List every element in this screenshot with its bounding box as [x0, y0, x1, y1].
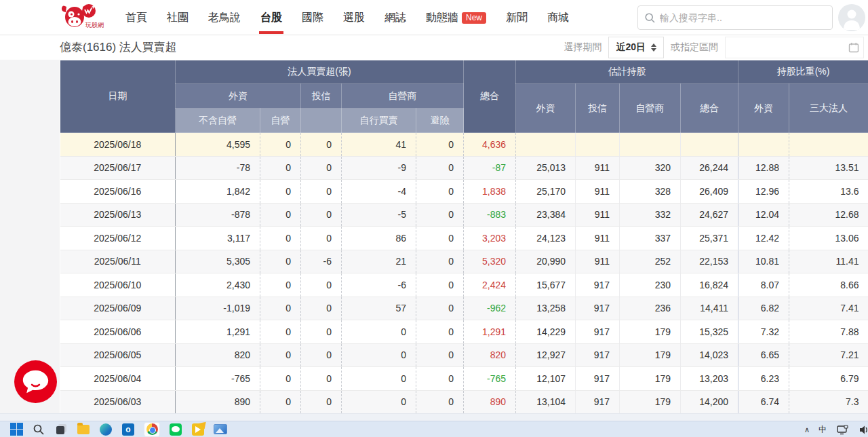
cell-d_self: -9 [342, 156, 416, 180]
cell-f_ex: 820 [176, 343, 260, 367]
col-header-foreign-self: 自營 [260, 109, 301, 133]
task-view-icon[interactable] [54, 423, 68, 436]
table-row: 2025/06/17-7800-90-8725,01391132026,2441… [60, 156, 868, 180]
speaker-tray-icon[interactable] [858, 423, 868, 436]
chrome-icon[interactable] [144, 423, 160, 436]
cell-est_total: 24,627 [681, 203, 738, 227]
nav-item-tw-stock[interactable]: 台股 [260, 0, 282, 35]
cell-est_t: 917 [576, 320, 620, 344]
taskbar-search-icon[interactable] [32, 423, 45, 436]
cell-r_three: 6.79 [789, 367, 868, 391]
tray-chevron-up-icon[interactable]: ∧ [804, 425, 810, 434]
table-row: 2025/06/061,29100001,29114,22991717915,3… [60, 320, 868, 344]
bull-logo-icon: 玩股網 [60, 3, 117, 34]
outlook-icon[interactable]: o [121, 423, 135, 436]
nav-item-global[interactable]: 國際 [302, 0, 323, 35]
nav-item-home[interactable]: 首頁 [125, 0, 147, 35]
cell-trust: 0 [301, 367, 342, 391]
cell-r_three: 13.51 [789, 156, 868, 180]
calendar-icon[interactable] [848, 42, 859, 56]
nav-item-feed[interactable]: 動態牆 New [426, 0, 486, 35]
cell-date: 2025/06/16 [60, 180, 176, 204]
table-row: 2025/06/102,43000-602,42415,67791723016,… [60, 273, 868, 297]
nav-item-screener[interactable]: 選股 [343, 0, 365, 35]
table-row: 2025/06/13-87800-50-88323,38491133224,62… [60, 203, 868, 227]
cell-r_f: 6.65 [738, 343, 789, 367]
date-range-input[interactable] [726, 37, 841, 58]
cell-f_self: 0 [260, 133, 301, 157]
cell-trust: 0 [301, 343, 342, 367]
cell-total: 1,838 [464, 180, 516, 204]
cell-est_d: 328 [620, 180, 681, 204]
cell-d_self: 57 [342, 297, 416, 320]
period-controls: 選擇期間 近20日 或指定區間 [557, 35, 864, 60]
toolbar: 億泰(1616) 法人買賣超 選擇期間 近20日 或指定區間 [0, 35, 868, 60]
start-button-icon[interactable] [9, 423, 23, 436]
cell-f_self: 0 [260, 227, 301, 250]
avatar[interactable] [838, 4, 865, 31]
nav-item-news[interactable]: 新聞 [506, 0, 528, 35]
cell-est_d: 320 [620, 156, 681, 180]
col-header-est-foreign: 外資 [516, 84, 576, 133]
nav-item-veteran[interactable]: 老鳥說 [208, 0, 241, 35]
period-select[interactable]: 近20日 [608, 37, 664, 58]
file-explorer-icon[interactable] [77, 423, 90, 436]
cell-total: 820 [464, 343, 516, 367]
cell-total: 890 [464, 390, 516, 414]
line-icon[interactable] [169, 423, 182, 436]
cell-total: 5,320 [464, 250, 516, 273]
windows-taskbar: o ∧ 中 [0, 421, 868, 437]
player-app-icon[interactable] [191, 423, 205, 436]
cell-est_f: 14,229 [516, 320, 576, 344]
cell-trust: 0 [301, 297, 342, 320]
wantgoo-logo[interactable]: 玩股網 [60, 3, 117, 34]
cell-est_total: 22,153 [681, 250, 738, 273]
new-badge: New [462, 12, 486, 24]
cell-date: 2025/06/11 [60, 250, 176, 273]
table-row: 2025/06/03890000089013,10491717914,2006.… [60, 390, 868, 414]
cell-d_hedge: 0 [416, 297, 464, 320]
cell-r_f: 8.07 [738, 273, 789, 297]
cell-r_f [738, 133, 789, 157]
col-header-est-trust: 投信 [576, 84, 620, 133]
cell-d_hedge: 0 [416, 343, 464, 367]
nav-item-mall[interactable]: 商城 [547, 0, 569, 35]
cell-est_f: 13,258 [516, 297, 576, 320]
cell-date: 2025/06/03 [60, 390, 176, 414]
table-row: 2025/06/115,3050-62105,32020,99091125222… [60, 250, 868, 273]
cell-r_three: 13.06 [789, 227, 868, 250]
cell-est_d: 179 [620, 320, 681, 344]
cell-est_t: 911 [576, 227, 620, 250]
cell-f_ex: 890 [176, 390, 260, 414]
cell-est_total: 14,023 [681, 343, 738, 367]
chat-support-button[interactable] [14, 360, 57, 403]
cell-est_t: 917 [576, 343, 620, 367]
cell-est_t: 917 [576, 367, 620, 391]
cell-r_three: 12.68 [789, 203, 868, 227]
cell-r_f: 6.82 [738, 297, 789, 320]
wantgoo-stock-page: 玩股網 首頁 社團 老鳥說 台股 國際 選股 網誌 動態牆 New 新聞 商城 [0, 0, 868, 437]
cell-d_hedge: 0 [416, 367, 464, 391]
cell-total: 2,424 [464, 273, 516, 297]
nav-item-club[interactable]: 社團 [167, 0, 189, 35]
search-box [637, 5, 833, 30]
page-title: 億泰(1616) 法人買賣超 [60, 39, 177, 55]
cell-trust: 0 [301, 320, 342, 344]
cell-f_ex: 4,595 [176, 133, 260, 157]
cell-trust: 0 [301, 273, 342, 297]
table-body: 2025/06/184,595004104,6362025/06/17-7800… [60, 133, 868, 414]
search-input[interactable] [660, 12, 825, 23]
edge-icon[interactable] [99, 423, 113, 436]
svg-text:玩股網: 玩股網 [85, 22, 104, 28]
cell-d_hedge: 0 [416, 133, 464, 157]
cell-f_self: 0 [260, 367, 301, 391]
col-header-trust: 投信 [301, 84, 342, 109]
ime-indicator[interactable]: 中 [818, 424, 827, 436]
display-tray-icon[interactable] [835, 423, 849, 436]
cell-f_self: 0 [260, 297, 301, 320]
cell-d_hedge: 0 [416, 273, 464, 297]
cell-est_f [516, 133, 576, 157]
photos-icon[interactable] [214, 423, 227, 436]
nav-item-blog[interactable]: 網誌 [384, 0, 406, 35]
cell-est_t: 917 [576, 297, 620, 320]
